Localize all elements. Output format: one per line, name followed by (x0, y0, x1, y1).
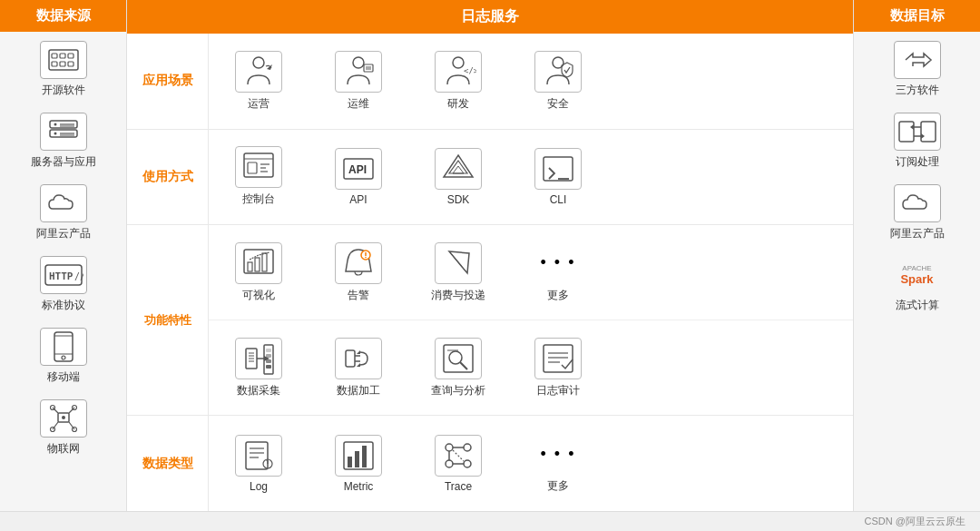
cli-label: CLI (550, 193, 567, 206)
sidebar-right: 数据目标 三方软件 订阅处理 (853, 0, 980, 511)
log-label: Log (250, 480, 268, 493)
dest-aliyun-icon (894, 184, 941, 222)
svg-rect-87 (246, 442, 268, 469)
main-container: 数据来源 开源软件 (0, 0, 980, 511)
row-items-datatype: Log Metric (209, 416, 853, 511)
icon-cell-more2: • • • 更多 (508, 429, 608, 497)
sdk-icon (435, 148, 482, 190)
more1-icon: • • • (534, 242, 582, 284)
row-data-type: 数据类型 (127, 416, 853, 511)
spark-text-label: Spark (900, 272, 933, 286)
icon-cell-consume: 消费与投递 (408, 239, 508, 307)
dest-item-thirdparty: 三方软件 (854, 32, 980, 103)
svg-rect-96 (355, 451, 359, 467)
api-icon: API (335, 148, 382, 190)
http-icon: HTTP // (40, 256, 87, 294)
svg-text:API: API (348, 163, 367, 176)
svg-point-9 (54, 123, 56, 126)
row-items-usage: 控制台 API API (209, 130, 853, 225)
collect-label: 数据采集 (237, 383, 280, 398)
svg-marker-50 (453, 166, 464, 173)
svg-rect-3 (68, 54, 74, 58)
center-body: 应用场景 运营 (127, 34, 853, 511)
sdk-label: SDK (447, 193, 470, 206)
svg-rect-71 (266, 354, 271, 358)
row-items-features-2: 数据采集 (209, 320, 853, 415)
dest-label-thirdparty: 三方软件 (896, 83, 939, 98)
visual-icon (235, 242, 282, 284)
svg-rect-18 (54, 332, 73, 361)
icon-cell-cli: CLI (508, 144, 608, 210)
yunwei-icon (335, 51, 382, 93)
trace-icon (435, 435, 482, 477)
collect-icon (235, 338, 282, 379)
metric-icon (335, 435, 382, 477)
anquan-icon (534, 51, 582, 93)
icon-cell-collect: 数据采集 (209, 334, 309, 402)
icon-cell-metric: Metric (309, 431, 408, 497)
alarm-label: 告警 (348, 288, 369, 303)
icon-cell-yunwei: 运维 (309, 47, 408, 115)
svg-marker-111 (921, 133, 925, 139)
metric-label: Metric (344, 480, 374, 493)
search-icon (435, 338, 482, 379)
svg-text:HTTP: HTTP (49, 270, 74, 282)
icon-cell-console: 控制台 (209, 143, 309, 211)
svg-line-27 (69, 422, 74, 429)
icon-cell-yanfa: </> 研发 (408, 47, 508, 115)
dest-label-subscribe: 订阅处理 (896, 154, 939, 170)
svg-line-24 (53, 408, 58, 413)
svg-line-25 (69, 408, 74, 413)
icon-cell-search: 查询与分析 (408, 334, 508, 402)
source-label-aliyun: 阿里云产品 (36, 226, 91, 241)
source-item-opensource: 开源软件 (0, 32, 126, 103)
row-usage: 使用方式 (127, 130, 853, 226)
dest-item-subscribe: 订阅处理 (854, 103, 980, 175)
svg-point-100 (446, 460, 453, 467)
row-items-app: 运营 运维 (209, 34, 853, 129)
left-header: 数据来源 (0, 0, 126, 32)
svg-point-32 (253, 57, 264, 68)
svg-marker-77 (357, 350, 360, 354)
alarm-icon (335, 242, 382, 284)
row-label-features: 功能特性 (127, 225, 209, 415)
icon-cell-process: 数据加工 (309, 334, 408, 402)
icon-cell-trace: Trace (408, 431, 508, 497)
thirdparty-icon (894, 41, 941, 79)
svg-line-105 (453, 450, 464, 461)
svg-marker-49 (449, 161, 467, 173)
svg-line-61 (449, 251, 467, 273)
right-header: 数据目标 (854, 0, 980, 32)
svg-rect-5 (60, 62, 65, 66)
consume-icon (435, 242, 482, 284)
svg-rect-42 (248, 162, 257, 173)
svg-point-80 (449, 351, 462, 364)
iot-icon (40, 399, 87, 438)
icon-cell-anquan: 安全 (508, 47, 608, 115)
sidebar-left: 数据来源 开源软件 (0, 0, 127, 511)
svg-rect-54 (248, 262, 252, 271)
row-application-scene: 应用场景 运营 (127, 34, 853, 130)
more1-label: 更多 (547, 288, 569, 303)
row-label-app: 应用场景 (127, 34, 209, 129)
source-item-server: 服务器与应用 (0, 103, 126, 175)
yunying-label: 运营 (248, 96, 270, 112)
svg-rect-56 (262, 253, 267, 271)
svg-rect-53 (244, 250, 273, 273)
svg-rect-107 (921, 122, 936, 142)
center-panel: 日志服务 应用场景 (127, 0, 853, 511)
trace-label: Trace (445, 480, 472, 493)
svg-rect-6 (68, 62, 74, 66)
svg-rect-79 (444, 345, 473, 372)
icon-cell-audit: 日志审计 (508, 334, 608, 402)
svg-point-59 (365, 256, 367, 258)
svg-point-19 (62, 356, 65, 359)
spark-apache-label: APACHE (902, 264, 931, 272)
svg-point-10 (54, 133, 56, 135)
footer-text: CSDN @阿里云云原生 (865, 515, 965, 528)
svg-rect-73 (266, 365, 271, 369)
spark-icon: APACHE Spark (894, 256, 941, 294)
source-label-server: 服务器与应用 (31, 154, 96, 170)
svg-point-101 (464, 460, 471, 467)
source-item-aliyun: 阿里云产品 (0, 175, 126, 247)
